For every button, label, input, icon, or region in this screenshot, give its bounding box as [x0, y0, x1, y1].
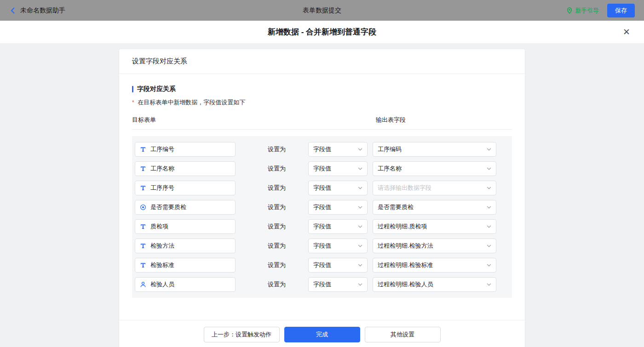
field-mapping-row: 是否需要质检 设置为 字段值 是否需要质检	[135, 198, 509, 217]
done-button[interactable]: 完成	[284, 327, 360, 342]
target-field-input[interactable]: 工序名称	[135, 161, 236, 176]
output-field-select[interactable]: 工序编码	[373, 142, 496, 157]
value-type-select[interactable]: 字段值	[308, 181, 368, 195]
value-type-select[interactable]: 字段值	[308, 142, 368, 157]
chevron-down-icon	[357, 224, 363, 229]
output-field-select[interactable]: 过程检明细.检验人员	[373, 277, 496, 292]
chevron-down-icon	[357, 205, 363, 210]
radio-field-icon	[140, 204, 146, 210]
text-field-icon	[140, 146, 146, 153]
modal-header: 新增数据 - 合并新增到普通字段 ✕	[0, 21, 644, 44]
topbar-actions: 新手引导 保存	[566, 4, 635, 17]
target-field-label: 工序名称	[150, 165, 174, 173]
set-as-label: 设置为	[268, 203, 288, 211]
guide-link[interactable]: 新手引导	[566, 6, 599, 15]
target-field-input[interactable]: 是否需要质检	[135, 200, 236, 215]
value-type-select[interactable]: 字段值	[308, 258, 368, 273]
set-as-label: 设置为	[268, 280, 288, 289]
value-type-value: 字段值	[313, 203, 331, 211]
value-type-select[interactable]: 字段值	[308, 277, 368, 292]
output-field-value: 过程检明细.检验人员	[378, 280, 433, 289]
output-field-value: 过程检明细.检验方法	[378, 242, 433, 250]
top-bar: 未命名数据助手 表单数据提交 新手引导 保存	[0, 0, 644, 21]
chevron-left-icon	[9, 7, 17, 14]
required-asterisk: *	[132, 99, 134, 106]
output-field-select[interactable]: 工序名称	[373, 161, 496, 176]
user-field-icon	[140, 281, 146, 288]
chevron-down-icon	[486, 243, 492, 249]
set-as-label: 设置为	[268, 222, 288, 231]
set-as-label: 设置为	[268, 184, 288, 192]
close-icon[interactable]: ✕	[620, 26, 633, 39]
chevron-down-icon	[357, 243, 363, 249]
set-as-label: 设置为	[268, 242, 288, 250]
output-field-select[interactable]: 过程检明细.检验标准	[373, 258, 496, 273]
value-type-select[interactable]: 字段值	[308, 219, 368, 234]
target-field-label: 工序编号	[150, 145, 174, 154]
value-type-value: 字段值	[313, 145, 331, 154]
chevron-down-icon	[357, 166, 363, 171]
value-type-value: 字段值	[313, 242, 331, 250]
note-text: 在目标表单中新增数据，字段值设置如下	[138, 99, 245, 106]
field-mapping-row: 检验标准 设置为 字段值 过程检明细.检验标准	[135, 256, 509, 275]
chevron-down-icon	[486, 262, 492, 268]
target-field-label: 质检项	[150, 222, 168, 231]
output-field-select[interactable]: 请选择输出数据字段	[373, 181, 496, 195]
chevron-down-icon	[486, 185, 492, 191]
page-title: 表单数据提交	[303, 6, 341, 15]
value-type-value: 字段值	[313, 261, 331, 269]
output-field-select[interactable]: 过程检明细.质检项	[373, 219, 496, 234]
value-type-value: 字段值	[313, 222, 331, 231]
value-type-select[interactable]: 字段值	[308, 161, 368, 176]
chevron-down-icon	[357, 147, 363, 152]
column-header-target: 目标表单	[132, 116, 376, 124]
value-type-select[interactable]: 字段值	[308, 200, 368, 215]
target-field-input[interactable]: 检验人员	[135, 277, 236, 292]
save-button[interactable]: 保存	[607, 4, 635, 17]
modal-title: 新增数据 - 合并新增到普通字段	[268, 27, 376, 37]
guide-label: 新手引导	[575, 6, 599, 15]
text-field-icon	[140, 223, 146, 230]
text-field-icon	[140, 185, 146, 191]
chevron-down-icon	[486, 166, 492, 171]
chevron-down-icon	[357, 185, 363, 191]
set-as-label: 设置为	[268, 165, 288, 173]
value-type-select[interactable]: 字段值	[308, 239, 368, 253]
section-title: 字段对应关系	[137, 85, 176, 93]
target-field-label: 检验人员	[150, 280, 174, 289]
text-field-icon	[140, 165, 146, 172]
mapping-panel: 工序编号 设置为 字段值 工序编码 工序名称 设置为 字段值 工序名称 工序序号	[132, 136, 512, 298]
note-row: * 在目标表单中新增数据，字段值设置如下	[132, 98, 512, 107]
output-field-value: 请选择输出数据字段	[378, 184, 431, 192]
target-field-input[interactable]: 质检项	[135, 219, 236, 234]
output-field-select[interactable]: 过程检明细.检验方法	[373, 239, 496, 253]
value-type-value: 字段值	[313, 280, 331, 289]
output-field-value: 工序名称	[378, 165, 402, 173]
target-field-label: 工序序号	[150, 184, 174, 192]
output-field-select[interactable]: 是否需要质检	[373, 200, 496, 215]
back-button[interactable]: 未命名数据助手	[9, 6, 65, 15]
other-settings-button[interactable]: 其他设置	[365, 327, 441, 342]
guide-pin-icon	[566, 7, 573, 14]
previous-step-button[interactable]: 上一步：设置触发动作	[204, 327, 280, 342]
chevron-down-icon	[486, 224, 492, 229]
target-field-input[interactable]: 工序编号	[135, 142, 236, 157]
value-type-value: 字段值	[313, 184, 331, 192]
card-body: 字段对应关系 * 在目标表单中新增数据，字段值设置如下 目标表单 输出表字段 工…	[119, 74, 525, 320]
target-field-input[interactable]: 检验标准	[135, 258, 236, 273]
output-field-value: 是否需要质检	[378, 203, 414, 211]
column-headers: 目标表单 输出表字段	[132, 116, 512, 130]
target-field-input[interactable]: 检验方法	[135, 239, 236, 253]
chevron-down-icon	[486, 282, 492, 287]
target-field-input[interactable]: 工序序号	[135, 181, 236, 195]
output-field-value: 过程检明细.检验标准	[378, 261, 433, 269]
settings-card: 设置字段对应关系 字段对应关系 * 在目标表单中新增数据，字段值设置如下 目标表…	[119, 49, 525, 347]
text-field-icon	[140, 262, 146, 268]
value-type-value: 字段值	[313, 165, 331, 173]
section-title-row: 字段对应关系	[132, 85, 512, 93]
text-field-icon	[140, 243, 146, 249]
output-field-value: 过程检明细.质检项	[378, 222, 427, 231]
section-accent-bar	[132, 86, 133, 92]
field-mapping-row: 质检项 设置为 字段值 过程检明细.质检项	[135, 217, 509, 236]
set-as-label: 设置为	[268, 145, 288, 154]
